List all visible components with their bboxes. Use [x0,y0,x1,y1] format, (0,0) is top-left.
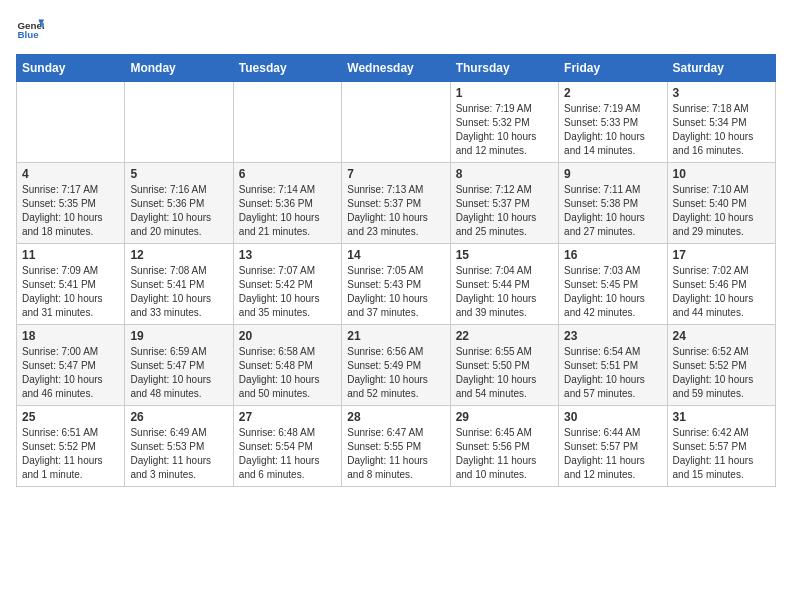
calendar-table: SundayMondayTuesdayWednesdayThursdayFrid… [16,54,776,487]
calendar-cell: 27Sunrise: 6:48 AM Sunset: 5:54 PM Dayli… [233,406,341,487]
day-number: 14 [347,248,444,262]
day-number: 10 [673,167,770,181]
day-content: Sunrise: 7:16 AM Sunset: 5:36 PM Dayligh… [130,183,227,239]
day-number: 19 [130,329,227,343]
day-content: Sunrise: 6:59 AM Sunset: 5:47 PM Dayligh… [130,345,227,401]
day-content: Sunrise: 6:49 AM Sunset: 5:53 PM Dayligh… [130,426,227,482]
calendar-cell: 29Sunrise: 6:45 AM Sunset: 5:56 PM Dayli… [450,406,558,487]
day-content: Sunrise: 7:19 AM Sunset: 5:32 PM Dayligh… [456,102,553,158]
day-number: 9 [564,167,661,181]
day-number: 25 [22,410,119,424]
calendar-cell: 3Sunrise: 7:18 AM Sunset: 5:34 PM Daylig… [667,82,775,163]
day-content: Sunrise: 6:48 AM Sunset: 5:54 PM Dayligh… [239,426,336,482]
day-number: 28 [347,410,444,424]
calendar-cell: 9Sunrise: 7:11 AM Sunset: 5:38 PM Daylig… [559,163,667,244]
day-content: Sunrise: 7:14 AM Sunset: 5:36 PM Dayligh… [239,183,336,239]
day-number: 12 [130,248,227,262]
day-number: 1 [456,86,553,100]
day-number: 8 [456,167,553,181]
weekday-header-tuesday: Tuesday [233,55,341,82]
calendar-cell: 13Sunrise: 7:07 AM Sunset: 5:42 PM Dayli… [233,244,341,325]
day-number: 20 [239,329,336,343]
day-content: Sunrise: 7:05 AM Sunset: 5:43 PM Dayligh… [347,264,444,320]
weekday-header-friday: Friday [559,55,667,82]
day-number: 11 [22,248,119,262]
day-content: Sunrise: 7:17 AM Sunset: 5:35 PM Dayligh… [22,183,119,239]
calendar-cell: 11Sunrise: 7:09 AM Sunset: 5:41 PM Dayli… [17,244,125,325]
calendar-cell: 10Sunrise: 7:10 AM Sunset: 5:40 PM Dayli… [667,163,775,244]
day-content: Sunrise: 7:07 AM Sunset: 5:42 PM Dayligh… [239,264,336,320]
calendar-cell: 1Sunrise: 7:19 AM Sunset: 5:32 PM Daylig… [450,82,558,163]
calendar-cell: 30Sunrise: 6:44 AM Sunset: 5:57 PM Dayli… [559,406,667,487]
weekday-header-sunday: Sunday [17,55,125,82]
day-content: Sunrise: 6:55 AM Sunset: 5:50 PM Dayligh… [456,345,553,401]
day-number: 30 [564,410,661,424]
calendar-cell: 25Sunrise: 6:51 AM Sunset: 5:52 PM Dayli… [17,406,125,487]
calendar-cell: 21Sunrise: 6:56 AM Sunset: 5:49 PM Dayli… [342,325,450,406]
day-number: 4 [22,167,119,181]
calendar-cell [233,82,341,163]
calendar-cell: 24Sunrise: 6:52 AM Sunset: 5:52 PM Dayli… [667,325,775,406]
day-number: 5 [130,167,227,181]
calendar-cell: 16Sunrise: 7:03 AM Sunset: 5:45 PM Dayli… [559,244,667,325]
calendar-cell: 4Sunrise: 7:17 AM Sunset: 5:35 PM Daylig… [17,163,125,244]
day-number: 13 [239,248,336,262]
day-number: 31 [673,410,770,424]
day-number: 22 [456,329,553,343]
day-number: 17 [673,248,770,262]
calendar-week-3: 11Sunrise: 7:09 AM Sunset: 5:41 PM Dayli… [17,244,776,325]
calendar-cell [342,82,450,163]
day-number: 3 [673,86,770,100]
day-content: Sunrise: 7:10 AM Sunset: 5:40 PM Dayligh… [673,183,770,239]
calendar-week-4: 18Sunrise: 7:00 AM Sunset: 5:47 PM Dayli… [17,325,776,406]
day-content: Sunrise: 7:18 AM Sunset: 5:34 PM Dayligh… [673,102,770,158]
weekday-header-thursday: Thursday [450,55,558,82]
calendar-cell: 14Sunrise: 7:05 AM Sunset: 5:43 PM Dayli… [342,244,450,325]
day-content: Sunrise: 7:09 AM Sunset: 5:41 PM Dayligh… [22,264,119,320]
logo-icon: General Blue [16,16,44,44]
day-content: Sunrise: 6:45 AM Sunset: 5:56 PM Dayligh… [456,426,553,482]
day-content: Sunrise: 7:12 AM Sunset: 5:37 PM Dayligh… [456,183,553,239]
calendar-cell: 18Sunrise: 7:00 AM Sunset: 5:47 PM Dayli… [17,325,125,406]
day-content: Sunrise: 6:44 AM Sunset: 5:57 PM Dayligh… [564,426,661,482]
calendar-cell: 28Sunrise: 6:47 AM Sunset: 5:55 PM Dayli… [342,406,450,487]
day-content: Sunrise: 6:58 AM Sunset: 5:48 PM Dayligh… [239,345,336,401]
day-content: Sunrise: 7:03 AM Sunset: 5:45 PM Dayligh… [564,264,661,320]
calendar-cell: 7Sunrise: 7:13 AM Sunset: 5:37 PM Daylig… [342,163,450,244]
weekday-header-monday: Monday [125,55,233,82]
svg-text:Blue: Blue [17,29,39,40]
day-content: Sunrise: 7:04 AM Sunset: 5:44 PM Dayligh… [456,264,553,320]
weekday-header-row: SundayMondayTuesdayWednesdayThursdayFrid… [17,55,776,82]
day-content: Sunrise: 7:13 AM Sunset: 5:37 PM Dayligh… [347,183,444,239]
day-content: Sunrise: 6:51 AM Sunset: 5:52 PM Dayligh… [22,426,119,482]
day-content: Sunrise: 6:54 AM Sunset: 5:51 PM Dayligh… [564,345,661,401]
day-number: 2 [564,86,661,100]
day-content: Sunrise: 6:42 AM Sunset: 5:57 PM Dayligh… [673,426,770,482]
calendar-week-2: 4Sunrise: 7:17 AM Sunset: 5:35 PM Daylig… [17,163,776,244]
day-content: Sunrise: 7:00 AM Sunset: 5:47 PM Dayligh… [22,345,119,401]
day-content: Sunrise: 7:02 AM Sunset: 5:46 PM Dayligh… [673,264,770,320]
day-content: Sunrise: 7:08 AM Sunset: 5:41 PM Dayligh… [130,264,227,320]
day-number: 24 [673,329,770,343]
calendar-cell: 20Sunrise: 6:58 AM Sunset: 5:48 PM Dayli… [233,325,341,406]
day-content: Sunrise: 6:56 AM Sunset: 5:49 PM Dayligh… [347,345,444,401]
day-number: 29 [456,410,553,424]
day-content: Sunrise: 7:11 AM Sunset: 5:38 PM Dayligh… [564,183,661,239]
day-number: 6 [239,167,336,181]
calendar-cell: 26Sunrise: 6:49 AM Sunset: 5:53 PM Dayli… [125,406,233,487]
day-content: Sunrise: 6:52 AM Sunset: 5:52 PM Dayligh… [673,345,770,401]
calendar-cell: 22Sunrise: 6:55 AM Sunset: 5:50 PM Dayli… [450,325,558,406]
calendar-cell: 19Sunrise: 6:59 AM Sunset: 5:47 PM Dayli… [125,325,233,406]
calendar-week-1: 1Sunrise: 7:19 AM Sunset: 5:32 PM Daylig… [17,82,776,163]
day-number: 15 [456,248,553,262]
calendar-cell: 23Sunrise: 6:54 AM Sunset: 5:51 PM Dayli… [559,325,667,406]
day-number: 16 [564,248,661,262]
day-number: 27 [239,410,336,424]
calendar-cell: 12Sunrise: 7:08 AM Sunset: 5:41 PM Dayli… [125,244,233,325]
day-content: Sunrise: 7:19 AM Sunset: 5:33 PM Dayligh… [564,102,661,158]
logo: General Blue [16,16,44,44]
calendar-cell: 8Sunrise: 7:12 AM Sunset: 5:37 PM Daylig… [450,163,558,244]
calendar-cell: 15Sunrise: 7:04 AM Sunset: 5:44 PM Dayli… [450,244,558,325]
day-number: 7 [347,167,444,181]
calendar-cell: 5Sunrise: 7:16 AM Sunset: 5:36 PM Daylig… [125,163,233,244]
